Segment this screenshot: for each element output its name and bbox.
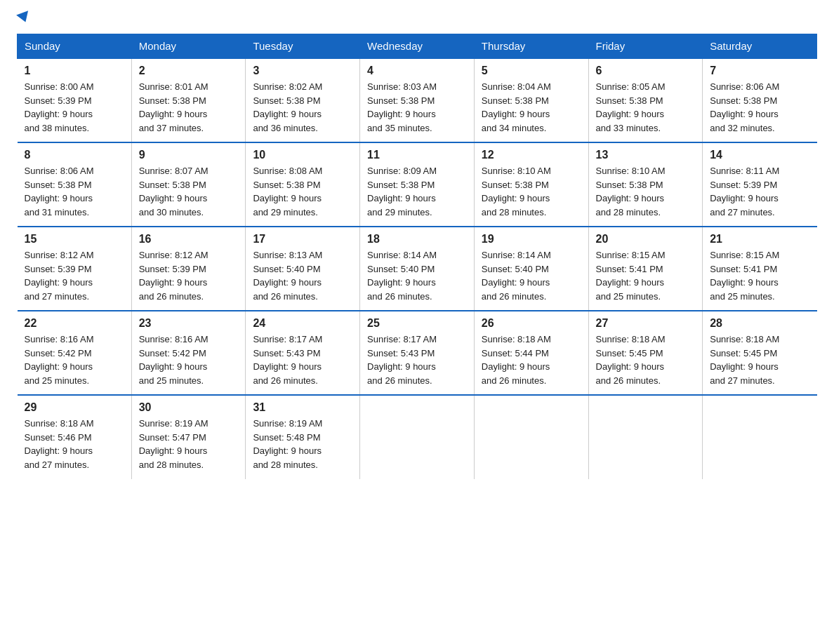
- day-cell: 9Sunrise: 8:07 AMSunset: 5:38 PMDaylight…: [131, 142, 246, 227]
- day-number: 31: [253, 401, 352, 414]
- day-cell: 1Sunrise: 8:00 AMSunset: 5:39 PMDaylight…: [18, 58, 132, 142]
- day-info: Sunrise: 8:12 AMSunset: 5:39 PMDaylight:…: [139, 248, 239, 303]
- day-number: 4: [367, 65, 467, 77]
- day-info: Sunrise: 8:02 AMSunset: 5:38 PMDaylight:…: [253, 80, 352, 135]
- day-cell: 18Sunrise: 8:14 AMSunset: 5:40 PMDayligh…: [360, 227, 475, 311]
- day-info: Sunrise: 8:04 AMSunset: 5:38 PMDaylight:…: [482, 80, 581, 135]
- day-cell: 2Sunrise: 8:01 AMSunset: 5:38 PMDaylight…: [131, 58, 246, 142]
- header-cell-saturday: Saturday: [703, 34, 817, 59]
- day-info: Sunrise: 8:18 AMSunset: 5:46 PMDaylight:…: [25, 417, 124, 471]
- day-number: 9: [139, 149, 239, 161]
- day-info: Sunrise: 8:17 AMSunset: 5:43 PMDaylight:…: [253, 333, 352, 387]
- day-number: 18: [367, 233, 467, 246]
- day-cell: 3Sunrise: 8:02 AMSunset: 5:38 PMDaylight…: [246, 58, 360, 142]
- day-number: 26: [482, 317, 581, 330]
- day-info: Sunrise: 8:00 AMSunset: 5:39 PMDaylight:…: [25, 80, 124, 135]
- day-cell: 7Sunrise: 8:06 AMSunset: 5:38 PMDaylight…: [703, 58, 817, 142]
- day-number: 30: [139, 401, 239, 414]
- day-info: Sunrise: 8:03 AMSunset: 5:38 PMDaylight:…: [367, 80, 467, 135]
- day-number: 16: [139, 233, 239, 246]
- day-cell: 4Sunrise: 8:03 AMSunset: 5:38 PMDaylight…: [360, 58, 475, 142]
- day-cell: 23Sunrise: 8:16 AMSunset: 5:42 PMDayligh…: [131, 311, 246, 395]
- day-number: 25: [367, 317, 467, 330]
- day-cell: 14Sunrise: 8:11 AMSunset: 5:39 PMDayligh…: [703, 142, 817, 227]
- day-cell: [588, 395, 703, 479]
- day-cell: [360, 395, 475, 479]
- day-cell: 17Sunrise: 8:13 AMSunset: 5:40 PMDayligh…: [246, 227, 360, 311]
- day-info: Sunrise: 8:18 AMSunset: 5:45 PMDaylight:…: [710, 333, 809, 387]
- day-info: Sunrise: 8:06 AMSunset: 5:38 PMDaylight:…: [25, 164, 124, 219]
- day-info: Sunrise: 8:14 AMSunset: 5:40 PMDaylight:…: [367, 248, 467, 303]
- week-row-5: 29Sunrise: 8:18 AMSunset: 5:46 PMDayligh…: [18, 395, 817, 479]
- day-cell: 16Sunrise: 8:12 AMSunset: 5:39 PMDayligh…: [131, 227, 246, 311]
- day-cell: 29Sunrise: 8:18 AMSunset: 5:46 PMDayligh…: [18, 395, 132, 479]
- day-info: Sunrise: 8:09 AMSunset: 5:38 PMDaylight:…: [367, 164, 467, 219]
- day-info: Sunrise: 8:06 AMSunset: 5:38 PMDaylight:…: [710, 80, 809, 135]
- day-cell: [474, 395, 588, 479]
- day-number: 29: [25, 401, 124, 414]
- day-cell: 13Sunrise: 8:10 AMSunset: 5:38 PMDayligh…: [588, 142, 703, 227]
- day-number: 6: [596, 65, 696, 77]
- day-info: Sunrise: 8:07 AMSunset: 5:38 PMDaylight:…: [139, 164, 239, 219]
- day-info: Sunrise: 8:18 AMSunset: 5:45 PMDaylight:…: [596, 333, 696, 387]
- header-cell-tuesday: Tuesday: [246, 34, 360, 59]
- calendar-table: SundayMondayTuesdayWednesdayThursdayFrid…: [17, 34, 817, 479]
- day-number: 23: [139, 317, 239, 330]
- day-number: 20: [596, 233, 696, 246]
- day-number: 10: [253, 149, 352, 161]
- day-info: Sunrise: 8:15 AMSunset: 5:41 PMDaylight:…: [596, 248, 696, 303]
- day-number: 28: [710, 317, 809, 330]
- day-number: 22: [25, 317, 124, 330]
- day-number: 21: [710, 233, 809, 246]
- header-cell-monday: Monday: [131, 34, 246, 59]
- page-header: [17, 17, 817, 21]
- day-info: Sunrise: 8:10 AMSunset: 5:38 PMDaylight:…: [596, 164, 696, 219]
- day-number: 14: [710, 149, 809, 161]
- day-cell: 22Sunrise: 8:16 AMSunset: 5:42 PMDayligh…: [18, 311, 132, 395]
- header-cell-wednesday: Wednesday: [360, 34, 475, 59]
- day-cell: 24Sunrise: 8:17 AMSunset: 5:43 PMDayligh…: [246, 311, 360, 395]
- day-number: 24: [253, 317, 352, 330]
- day-number: 3: [253, 65, 352, 77]
- day-cell: 11Sunrise: 8:09 AMSunset: 5:38 PMDayligh…: [360, 142, 475, 227]
- day-number: 27: [596, 317, 696, 330]
- day-cell: 19Sunrise: 8:14 AMSunset: 5:40 PMDayligh…: [474, 227, 588, 311]
- calendar-body: 1Sunrise: 8:00 AMSunset: 5:39 PMDaylight…: [18, 58, 817, 479]
- day-cell: 5Sunrise: 8:04 AMSunset: 5:38 PMDaylight…: [474, 58, 588, 142]
- day-number: 11: [367, 149, 467, 161]
- day-info: Sunrise: 8:10 AMSunset: 5:38 PMDaylight:…: [482, 164, 581, 219]
- logo: [17, 17, 30, 21]
- day-cell: 25Sunrise: 8:17 AMSunset: 5:43 PMDayligh…: [360, 311, 475, 395]
- day-number: 8: [25, 149, 124, 161]
- week-row-1: 1Sunrise: 8:00 AMSunset: 5:39 PMDaylight…: [18, 58, 817, 142]
- day-number: 1: [25, 65, 124, 77]
- day-info: Sunrise: 8:15 AMSunset: 5:41 PMDaylight:…: [710, 248, 809, 303]
- header-row: SundayMondayTuesdayWednesdayThursdayFrid…: [18, 34, 817, 59]
- day-number: 7: [710, 65, 809, 77]
- day-number: 17: [253, 233, 352, 246]
- day-cell: [703, 395, 817, 479]
- header-cell-sunday: Sunday: [18, 34, 132, 59]
- day-info: Sunrise: 8:13 AMSunset: 5:40 PMDaylight:…: [253, 248, 352, 303]
- day-number: 5: [482, 65, 581, 77]
- day-cell: 21Sunrise: 8:15 AMSunset: 5:41 PMDayligh…: [703, 227, 817, 311]
- day-cell: 28Sunrise: 8:18 AMSunset: 5:45 PMDayligh…: [703, 311, 817, 395]
- week-row-2: 8Sunrise: 8:06 AMSunset: 5:38 PMDaylight…: [18, 142, 817, 227]
- day-info: Sunrise: 8:05 AMSunset: 5:38 PMDaylight:…: [596, 80, 696, 135]
- day-number: 15: [25, 233, 124, 246]
- day-cell: 27Sunrise: 8:18 AMSunset: 5:45 PMDayligh…: [588, 311, 703, 395]
- day-info: Sunrise: 8:16 AMSunset: 5:42 PMDaylight:…: [25, 333, 124, 387]
- day-info: Sunrise: 8:19 AMSunset: 5:48 PMDaylight:…: [253, 417, 352, 471]
- day-info: Sunrise: 8:14 AMSunset: 5:40 PMDaylight:…: [482, 248, 581, 303]
- week-row-4: 22Sunrise: 8:16 AMSunset: 5:42 PMDayligh…: [18, 311, 817, 395]
- header-cell-thursday: Thursday: [474, 34, 588, 59]
- day-cell: 15Sunrise: 8:12 AMSunset: 5:39 PMDayligh…: [18, 227, 132, 311]
- day-cell: 10Sunrise: 8:08 AMSunset: 5:38 PMDayligh…: [246, 142, 360, 227]
- day-info: Sunrise: 8:08 AMSunset: 5:38 PMDaylight:…: [253, 164, 352, 219]
- day-cell: 26Sunrise: 8:18 AMSunset: 5:44 PMDayligh…: [474, 311, 588, 395]
- week-row-3: 15Sunrise: 8:12 AMSunset: 5:39 PMDayligh…: [18, 227, 817, 311]
- day-info: Sunrise: 8:19 AMSunset: 5:47 PMDaylight:…: [139, 417, 239, 471]
- day-info: Sunrise: 8:16 AMSunset: 5:42 PMDaylight:…: [139, 333, 239, 387]
- day-number: 13: [596, 149, 696, 161]
- day-cell: 31Sunrise: 8:19 AMSunset: 5:48 PMDayligh…: [246, 395, 360, 479]
